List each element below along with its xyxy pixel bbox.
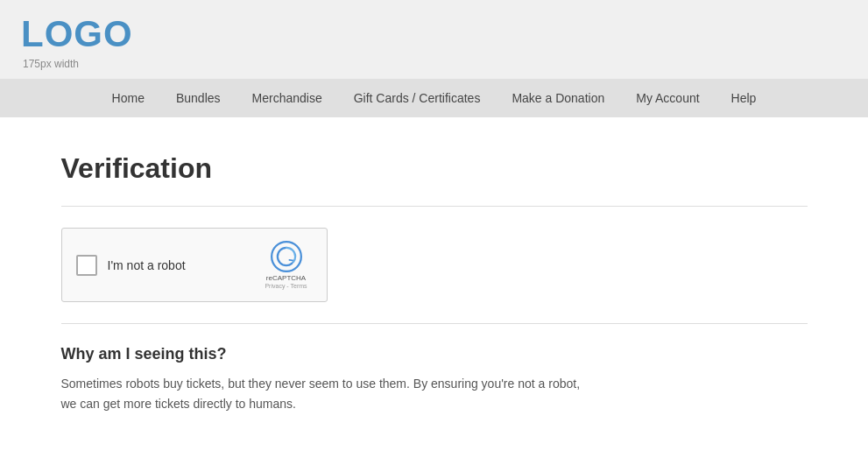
bottom-divider (61, 323, 808, 324)
recaptcha-branding: reCAPTCHA Privacy - Terms (260, 241, 313, 289)
header: LOGO 175px width (0, 0, 868, 79)
nav-item-home[interactable]: Home (96, 79, 160, 117)
recaptcha-privacy-link[interactable]: Privacy (265, 283, 285, 289)
top-divider (61, 206, 808, 207)
nav-item-gift-cards[interactable]: Gift Cards / Certificates (338, 79, 497, 117)
logo: LOGO (21, 16, 133, 53)
page-title: Verification (61, 152, 808, 185)
nav-item-bundles[interactable]: Bundles (160, 79, 236, 117)
recaptcha-terms-link[interactable]: Terms (291, 283, 307, 289)
nav-item-help[interactable]: Help (716, 79, 773, 117)
recaptcha-checkbox[interactable] (76, 255, 97, 276)
why-text: Sometimes robots buy tickets, but they n… (61, 374, 587, 413)
recaptcha-widget[interactable]: I'm not a robot reCAPTCHA Privacy - Term… (61, 228, 328, 302)
nav-item-donation[interactable]: Make a Donation (496, 79, 620, 117)
nav-item-merchandise[interactable]: Merchandise (236, 79, 338, 117)
recaptcha-left: I'm not a robot (76, 255, 260, 276)
svg-point-0 (272, 242, 301, 271)
recaptcha-brand-label: reCAPTCHA (266, 274, 306, 283)
why-title: Why am I seeing this? (61, 345, 808, 363)
recaptcha-icon (271, 241, 302, 272)
recaptcha-label: I'm not a robot (108, 258, 186, 272)
logo-subtext: 175px width (23, 58, 79, 70)
nav-bar: Home Bundles Merchandise Gift Cards / Ce… (0, 79, 868, 117)
recaptcha-links: Privacy - Terms (265, 283, 307, 289)
main-content: Verification I'm not a robot reCAPTCHA P… (40, 117, 829, 448)
nav-item-my-account[interactable]: My Account (620, 79, 715, 117)
